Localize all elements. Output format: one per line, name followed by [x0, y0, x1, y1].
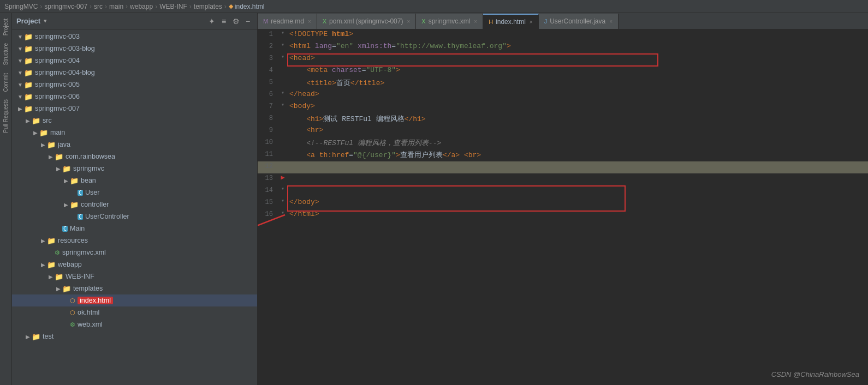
- line-code: </head>: [287, 89, 868, 99]
- sidebar-item-pullrequests[interactable]: Pull Requests: [2, 96, 10, 136]
- tree-item-label: springmvc-004-blog: [35, 69, 95, 76]
- code-line-16: 16▾</html>: [258, 209, 868, 221]
- fold-icon[interactable]: ▾: [281, 29, 284, 36]
- panel-icon-close[interactable]: −: [243, 16, 253, 26]
- breadcrumb-webinf[interactable]: WEB-INF: [159, 3, 187, 10]
- line-number: 7: [258, 101, 278, 110]
- tab-usercontroller[interactable]: JUserController.java×: [539, 14, 619, 29]
- tab-springmvcxml[interactable]: Xspringmvc.xml×: [416, 14, 483, 29]
- tab-indexhtml[interactable]: Hindex.html×: [483, 14, 539, 29]
- tree-item[interactable]: ▼📁springmvc-003-blog: [12, 43, 257, 55]
- code-line-5: 5 <title>首页</title>: [258, 77, 868, 89]
- tree-item[interactable]: ▶📁WEB-INF: [12, 270, 257, 282]
- tree-item[interactable]: ▶📁com.rainbowsea: [12, 151, 257, 163]
- tab-label-readme: readme.md: [271, 17, 304, 25]
- line-gutter: ▾: [278, 29, 287, 36]
- tab-close-indexhtml[interactable]: ×: [530, 19, 533, 25]
- fold-icon[interactable]: ▾: [281, 89, 284, 96]
- tree-item-label: java: [58, 141, 70, 148]
- tree-item[interactable]: ▶📁resources: [12, 234, 257, 246]
- tree-item-label: ok.html: [78, 309, 99, 316]
- tree-item[interactable]: ⬡ok.html: [12, 306, 257, 318]
- breadcrumb-file[interactable]: index.html: [235, 3, 265, 10]
- breadcrumb-templates[interactable]: templates: [194, 3, 222, 10]
- tree-view[interactable]: ▼📁springmvc-003▼📁springmvc-003-blog▼📁spr…: [12, 29, 257, 385]
- fold-icon[interactable]: ▾: [281, 53, 284, 60]
- code-line-8: 8 <h1>测试 RESTFul 编程风格</h1>: [258, 113, 868, 125]
- tree-item[interactable]: ▶📁bean: [12, 175, 257, 187]
- tree-item-label: src: [43, 117, 52, 124]
- sidebar-item-commit[interactable]: Commit: [2, 70, 10, 95]
- panel-dropdown-arrow[interactable]: ▾: [44, 17, 47, 25]
- code-line-1: 1▾<!DOCTYPE html>: [258, 29, 868, 41]
- line-code: <head>: [287, 53, 868, 63]
- breadcrumb-project[interactable]: springmvc-007: [44, 3, 87, 10]
- tree-item-label: webapp: [58, 261, 82, 268]
- tab-pom[interactable]: Xpom.xml (springmvc-007)×: [317, 14, 417, 29]
- tree-item[interactable]: ▼📁springmvc-006: [12, 91, 257, 103]
- tab-close-readme[interactable]: ×: [308, 19, 311, 25]
- tab-close-springmvcxml[interactable]: ×: [474, 19, 477, 25]
- line-number: 3: [258, 53, 278, 62]
- tab-label-pom: pom.xml (springmvc-007): [329, 17, 403, 25]
- tree-item[interactable]: ▼📁springmvc-005: [12, 79, 257, 91]
- tab-icon-usercontroller: J: [544, 17, 548, 25]
- tree-item[interactable]: ▼📁springmvc-003: [12, 31, 257, 43]
- editor-content[interactable]: 1▾<!DOCTYPE html>2▾<html lang="en" xmlns…: [258, 29, 868, 221]
- tree-item[interactable]: ▶📁controller: [12, 198, 257, 210]
- tree-item-label: resources: [58, 237, 88, 244]
- tab-icon-springmvcxml: X: [421, 17, 425, 25]
- code-line-2: 2▾<html lang="en" xmlns:th="http://www.t…: [258, 41, 868, 53]
- code-line-6: 6▾</head>: [258, 89, 868, 101]
- breadcrumb-webapp[interactable]: webapp: [130, 3, 153, 10]
- breadcrumb-springmvc[interactable]: SpringMVC: [4, 3, 38, 10]
- tree-item[interactable]: CUserController: [12, 210, 257, 222]
- fold-icon[interactable]: ▾: [281, 197, 284, 204]
- tree-item[interactable]: ▶📁main: [12, 127, 257, 139]
- tree-item[interactable]: ▼📁springmvc-004: [12, 55, 257, 67]
- tab-close-usercontroller[interactable]: ×: [609, 19, 613, 25]
- tree-item[interactable]: ⬡index.html: [12, 294, 257, 306]
- tab-icon-readme: M: [263, 17, 268, 25]
- panel-icon-locate[interactable]: ✦: [207, 16, 217, 26]
- fold-icon[interactable]: ▾: [281, 41, 284, 48]
- editor-wrapper: 1▾<!DOCTYPE html>2▾<html lang="en" xmlns…: [258, 29, 868, 385]
- fold-icon[interactable]: ▾: [281, 185, 284, 192]
- gutter-arrow: ▶: [281, 173, 284, 182]
- tree-item[interactable]: ⚙web.xml: [12, 318, 257, 330]
- line-gutter: ▾: [278, 185, 287, 192]
- tree-item[interactable]: ▶📁test: [12, 330, 257, 342]
- panel-header-icons: ✦ ≡ ⚙ −: [207, 16, 253, 26]
- breadcrumb-main[interactable]: main: [109, 3, 123, 10]
- fold-icon[interactable]: ▾: [281, 209, 284, 216]
- code-line-13: 13▶: [258, 173, 868, 185]
- sidebar-item-project[interactable]: Project: [2, 15, 10, 39]
- tree-item[interactable]: ▶📁src: [12, 115, 257, 127]
- tree-item[interactable]: ⚙springmvc.xml: [12, 246, 257, 258]
- tree-item[interactable]: ▼📁springmvc-004-blog: [12, 67, 257, 79]
- tree-item[interactable]: ▶📁webapp: [12, 258, 257, 270]
- line-number: 10: [258, 137, 278, 146]
- line-number: 13: [258, 173, 278, 182]
- project-panel: Project ▾ ✦ ≡ ⚙ − ▼📁springmvc-003▼📁sprin…: [12, 13, 258, 385]
- tree-item[interactable]: CMain: [12, 222, 257, 234]
- tree-item[interactable]: ▶📁springmvc-007: [12, 103, 257, 115]
- tab-readme[interactable]: Mreadme.md×: [258, 14, 317, 29]
- tree-item[interactable]: CUser: [12, 187, 257, 198]
- line-number: 4: [258, 65, 278, 74]
- tree-item[interactable]: ▶📁springmvc: [12, 163, 257, 175]
- tree-item[interactable]: ▶📁templates: [12, 282, 257, 294]
- tabs-bar: Mreadme.md×Xpom.xml (springmvc-007)×Xspr…: [258, 13, 868, 29]
- panel-icon-gear[interactable]: ⚙: [231, 16, 241, 26]
- tree-item-label: User: [85, 189, 99, 196]
- breadcrumb-src[interactable]: src: [94, 3, 103, 10]
- tree-item[interactable]: ▶📁java: [12, 139, 257, 151]
- tab-label-indexhtml: index.html: [496, 18, 526, 26]
- tree-item-label: bean: [81, 177, 96, 184]
- line-number: 2: [258, 41, 278, 50]
- panel-icon-compact[interactable]: ≡: [219, 16, 229, 26]
- tab-close-pom[interactable]: ×: [407, 19, 410, 25]
- fold-icon[interactable]: ▾: [281, 101, 284, 108]
- sidebar-item-structure[interactable]: Structure: [2, 40, 10, 69]
- title-bar: SpringMVC › springmvc-007 › src › main ›…: [0, 0, 868, 13]
